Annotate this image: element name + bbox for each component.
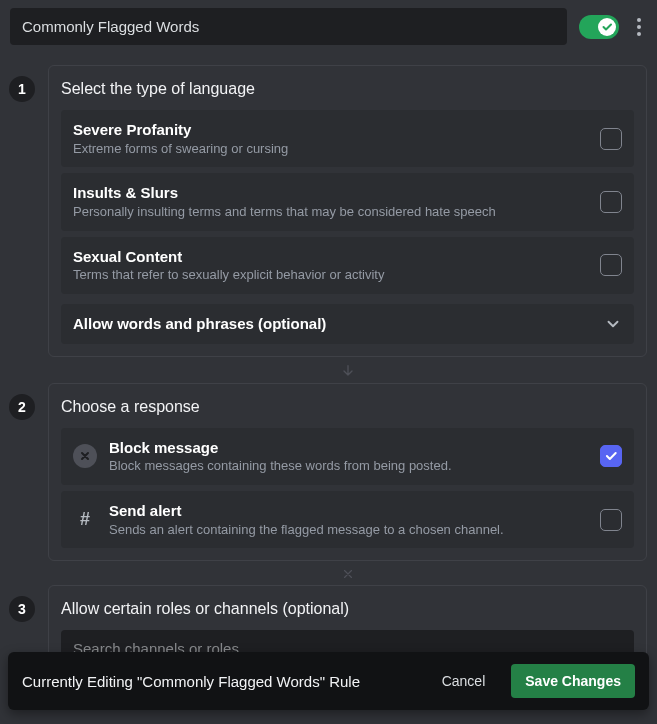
flow-arrow xyxy=(48,357,647,379)
step-2-card: 2 Choose a response Block message Block … xyxy=(48,383,647,562)
kebab-dot-icon xyxy=(637,25,641,29)
kebab-dot-icon xyxy=(637,32,641,36)
x-icon xyxy=(341,567,355,581)
step-title: Select the type of language xyxy=(61,80,634,98)
kebab-dot-icon xyxy=(637,18,641,22)
rule-enabled-toggle[interactable] xyxy=(579,15,619,39)
chevron-down-icon xyxy=(604,315,622,333)
option-title: Sexual Content xyxy=(73,247,588,267)
option-desc: Personally insulting terms and terms tha… xyxy=(73,204,588,221)
option-sexual-content[interactable]: Sexual Content Terms that refer to sexua… xyxy=(61,237,634,294)
arrow-down-icon xyxy=(340,363,356,379)
channel-hash-icon: # xyxy=(73,509,97,530)
rule-name-input[interactable]: Commonly Flagged Words xyxy=(10,8,567,45)
option-insults-slurs[interactable]: Insults & Slurs Personally insulting ter… xyxy=(61,173,634,230)
step-1-card: 1 Select the type of language Severe Pro… xyxy=(48,65,647,357)
editing-message: Currently Editing "Commonly Flagged Word… xyxy=(22,673,416,690)
step-number: 1 xyxy=(9,76,35,102)
save-button[interactable]: Save Changes xyxy=(511,664,635,698)
checkbox[interactable] xyxy=(600,509,622,531)
save-changes-bar: Currently Editing "Commonly Flagged Word… xyxy=(8,652,649,710)
option-title: Send alert xyxy=(109,501,588,521)
step-title: Allow certain roles or channels (optiona… xyxy=(61,600,634,618)
check-icon xyxy=(601,21,613,33)
step-number: 2 xyxy=(9,394,35,420)
block-icon xyxy=(73,444,97,468)
option-title: Block message xyxy=(109,438,588,458)
option-block-message[interactable]: Block message Block messages containing … xyxy=(61,428,634,485)
option-send-alert[interactable]: # Send alert Sends an alert containing t… xyxy=(61,491,634,548)
check-icon xyxy=(604,449,618,463)
option-desc: Terms that refer to sexually explicit be… xyxy=(73,267,588,284)
allow-words-label: Allow words and phrases (optional) xyxy=(73,314,592,334)
step-title: Choose a response xyxy=(61,398,634,416)
option-severe-profanity[interactable]: Severe Profanity Extreme forms of sweari… xyxy=(61,110,634,167)
option-desc: Sends an alert containing the flagged me… xyxy=(109,522,588,539)
more-menu-button[interactable] xyxy=(631,18,647,36)
step-number: 3 xyxy=(9,596,35,622)
checkbox[interactable] xyxy=(600,445,622,467)
cancel-button[interactable]: Cancel xyxy=(432,665,496,697)
checkbox[interactable] xyxy=(600,191,622,213)
option-desc: Block messages containing these words fr… xyxy=(109,458,588,475)
checkbox[interactable] xyxy=(600,128,622,150)
option-title: Insults & Slurs xyxy=(73,183,588,203)
checkbox[interactable] xyxy=(600,254,622,276)
flow-arrow xyxy=(48,561,647,581)
option-desc: Extreme forms of swearing or cursing xyxy=(73,141,588,158)
allow-words-expander[interactable]: Allow words and phrases (optional) xyxy=(61,304,634,344)
option-title: Severe Profanity xyxy=(73,120,588,140)
